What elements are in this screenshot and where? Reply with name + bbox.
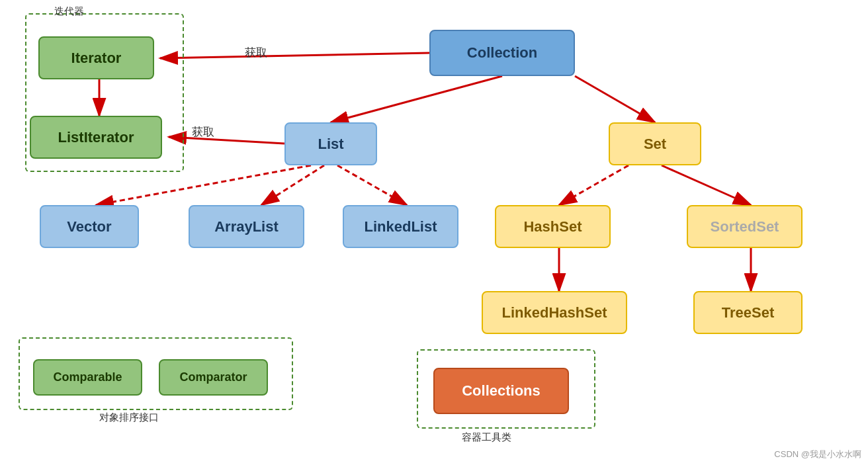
get-label-2: 获取 (192, 124, 214, 140)
iterator-node: Iterator (38, 36, 154, 79)
get-label-1: 获取 (245, 45, 267, 60)
linkedhashset-node: LinkedHashSet (482, 291, 627, 334)
comparator-node: Comparator (159, 359, 268, 396)
watermark: CSDN @我是小水水啊 (774, 448, 861, 460)
svg-line-0 (331, 76, 502, 122)
hashset-node: HashSet (495, 205, 611, 248)
sort-interface-label: 对象排序接口 (99, 411, 159, 424)
iterator-box-label: 迭代器 (54, 5, 84, 18)
container-utils-label: 容器工具类 (462, 431, 511, 444)
svg-line-6 (337, 165, 407, 205)
svg-line-8 (662, 165, 751, 205)
svg-line-1 (575, 76, 655, 122)
treeset-node: TreeSet (693, 291, 803, 334)
sortedset-node: SortedSet (687, 205, 803, 248)
list-node: List (284, 122, 377, 165)
comparable-node: Comparable (33, 359, 142, 396)
svg-line-5 (261, 165, 324, 205)
collection-node: Collection (429, 30, 575, 76)
svg-line-7 (559, 165, 629, 205)
vector-node: Vector (40, 205, 139, 248)
svg-line-3 (169, 137, 284, 144)
collections-node: Collections (433, 368, 569, 414)
set-node: Set (609, 122, 701, 165)
linkedlist-node: LinkedList (343, 205, 458, 248)
svg-line-2 (160, 53, 429, 58)
arraylist-node: ArrayList (189, 205, 304, 248)
listiterator-node: ListIterator (30, 116, 162, 159)
diagram-container: 迭代器 对象排序接口 容器工具类 获取 获取 Collection List S… (0, 0, 868, 467)
